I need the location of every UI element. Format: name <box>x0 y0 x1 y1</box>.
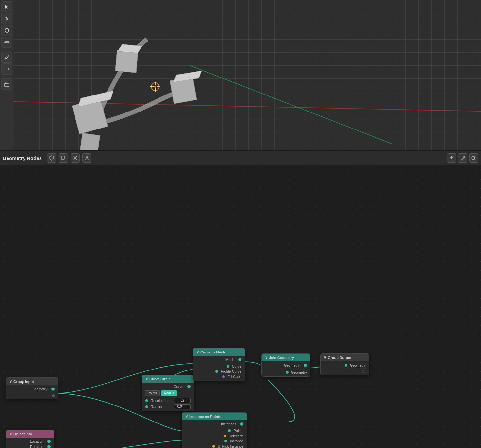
cc-curve-label: Curve <box>174 385 183 388</box>
iop-points-row: Points <box>182 428 247 433</box>
group-input-body: Geometry <box>6 385 58 399</box>
close-button[interactable] <box>71 153 80 163</box>
cc-curve-socket[interactable] <box>187 385 191 388</box>
ctm-profile-row: Profile Curve <box>193 369 245 374</box>
jg-geometry-in-socket[interactable] <box>286 371 289 374</box>
object-info-header[interactable]: ∨ Object Info <box>6 430 54 438</box>
rotate-tool[interactable] <box>1 25 12 36</box>
ctm-body: Mesh Curve Profile Curve Fill Caps <box>193 356 245 381</box>
svg-text:⊕: ⊕ <box>4 16 8 21</box>
object-info-label: Object Info <box>13 432 32 436</box>
obj-rotation-socket[interactable] <box>47 445 51 448</box>
jg-geometry-out-row: Geometry <box>262 363 310 368</box>
ctm-curve-input-row: Curve <box>193 364 245 369</box>
curve-to-mesh-header[interactable]: ∨ Curve to Mesh <box>193 348 245 356</box>
cc-resolution-value[interactable]: 32 <box>174 398 191 403</box>
iop-points-label: Points <box>233 429 243 433</box>
iop-header[interactable]: ∨ Instance on Points <box>182 413 247 420</box>
cc-radius-socket[interactable] <box>145 405 148 408</box>
move-tool[interactable]: ⊕ <box>1 13 12 24</box>
measure-tool[interactable] <box>1 63 12 75</box>
jg-body: Geometry Geometry <box>262 361 310 376</box>
add-tool[interactable] <box>1 78 12 90</box>
jg-geometry-out-socket[interactable] <box>304 364 307 367</box>
object-info-body: Location Rotation Scale Geometry Origina… <box>6 438 54 448</box>
cc-resolution-socket[interactable] <box>145 399 148 402</box>
iop-selection-socket[interactable] <box>224 435 226 437</box>
iop-instance-socket[interactable] <box>224 440 227 442</box>
go-geometry-socket[interactable] <box>345 364 347 367</box>
jg-geometry-out-label: Geometry <box>284 363 300 367</box>
cc-resolution-label: Resolution <box>151 399 173 403</box>
chevron-icon-ctm: ∨ <box>196 350 199 354</box>
node-editor-canvas[interactable]: ∨ Group Input Geometry ∨ Object Info Loc… <box>0 165 481 448</box>
obj-location-row: Location <box>6 439 54 444</box>
chevron-icon-cc: ∨ <box>145 377 148 381</box>
iop-body: Instances Points Selection Instance Pick… <box>182 420 247 448</box>
wrench-button[interactable] <box>458 153 467 163</box>
go-geometry-row: Geometry <box>321 363 369 368</box>
cc-radius-tab[interactable]: Radius <box>161 390 177 396</box>
group-output-header[interactable]: ∨ Group Output <box>321 354 369 361</box>
iop-pick-label: Pick Instance <box>222 444 243 448</box>
3d-viewport[interactable]: ⊕ <box>0 0 481 150</box>
chevron-icon-iop: ∨ <box>185 414 188 419</box>
chevron-icon-obj: ∨ <box>9 432 12 436</box>
node-editor-header: Geometry Nodes <box>0 150 481 165</box>
iop-pick-check[interactable] <box>218 445 220 448</box>
copy-button[interactable] <box>59 153 68 163</box>
cc-points-tab[interactable]: Points <box>145 390 160 396</box>
ctm-mesh-socket[interactable] <box>238 358 241 361</box>
obj-rotation-row: Rotation <box>6 444 54 448</box>
go-body: Geometry <box>321 361 369 375</box>
crosshair <box>150 82 160 92</box>
scale-tool[interactable] <box>1 37 12 48</box>
scene-svg <box>0 0 481 150</box>
iop-instances-label: Instances <box>221 422 236 426</box>
ctm-curve-input-socket[interactable] <box>227 365 229 368</box>
group-input-extra-row <box>6 394 58 398</box>
iop-points-socket[interactable] <box>228 429 231 432</box>
curve-to-mesh-label: Curve to Mesh <box>200 350 225 354</box>
curve-circle-node: ∨ Curve Circle Curve Points Radius Resol… <box>142 375 194 411</box>
curve-circle-header[interactable]: ∨ Curve Circle <box>142 375 194 383</box>
iop-instances-row: Instances <box>182 422 247 427</box>
group-input-header[interactable]: ∨ Group Input <box>6 378 58 385</box>
viewport-left-toolbar: ⊕ <box>0 0 14 150</box>
iop-selection-label: Selection <box>229 434 243 438</box>
iop-pick-socket[interactable] <box>212 445 215 448</box>
cc-radius-row: Radius 0.04 m <box>142 404 194 410</box>
group-input-extra-socket[interactable] <box>52 394 55 397</box>
cc-resolution-row: Resolution 32 <box>142 397 194 404</box>
svg-rect-18 <box>61 156 64 159</box>
ctm-profile-socket[interactable] <box>215 370 218 373</box>
iop-instance-row: Instance <box>182 439 247 444</box>
join-geometry-node: ∨ Join Geometry Geometry Geometry <box>261 353 310 377</box>
ctm-fillcaps-socket[interactable] <box>222 375 225 378</box>
obj-location-socket[interactable] <box>47 440 51 443</box>
pin-button[interactable] <box>82 153 91 163</box>
ctm-curve-input-label: Curve <box>232 364 241 368</box>
go-extra-socket[interactable] <box>362 370 364 373</box>
obj-location-label: Location <box>30 439 43 443</box>
annotate-tool[interactable] <box>1 52 12 63</box>
overlay-button[interactable] <box>469 153 478 163</box>
go-geometry-label: Geometry <box>350 363 366 367</box>
cc-radius-value[interactable]: 0.04 m <box>174 404 191 409</box>
go-extra-row <box>321 370 369 374</box>
join-geometry-header[interactable]: ∨ Join Geometry <box>262 354 310 361</box>
group-input-geometry-label: Geometry <box>32 387 47 391</box>
ctm-fillcaps-label: Fill Caps <box>227 375 241 379</box>
group-input-geometry-socket[interactable] <box>51 388 55 391</box>
node-editor-title: Geometry Nodes <box>3 155 42 161</box>
iop-label: Instance on Points <box>189 415 221 419</box>
header-right-tools <box>447 153 478 163</box>
export-button[interactable] <box>447 153 456 163</box>
cursor-tool[interactable] <box>1 1 12 12</box>
iop-instances-socket[interactable] <box>240 422 243 426</box>
object-info-node: ∨ Object Info Location Rotation Scale Ge… <box>6 430 54 448</box>
shield-button[interactable] <box>47 153 56 163</box>
group-input-label: Group Input <box>13 380 34 384</box>
chevron-icon: ∨ <box>9 379 12 384</box>
ctm-mesh-label: Mesh <box>225 358 234 362</box>
